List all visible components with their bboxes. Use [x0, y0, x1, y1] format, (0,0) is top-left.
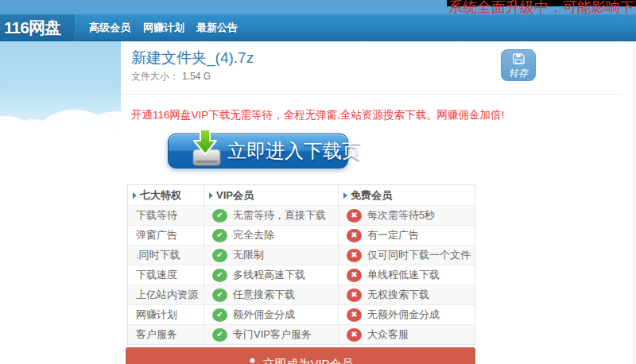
user-icon	[247, 358, 258, 364]
table-row: .同时下载 ✔无限制 ✖仅可同时下载一个文件	[128, 246, 475, 265]
header-free-member: 免费会员	[339, 185, 476, 205]
download-button-label: 立即进入下载页	[227, 138, 361, 164]
cross-icon: ✖	[347, 209, 362, 223]
floppy-disk-icon	[513, 53, 525, 68]
feature-cell: 上亿站内资源	[128, 285, 204, 304]
triangle-bullet-icon	[209, 192, 213, 199]
nav-item-latest-announcement[interactable]: 最新公告	[196, 14, 238, 41]
cross-icon: ✖	[347, 249, 362, 262]
cross-icon: ✖	[347, 229, 362, 242]
privilege-comparison-table: 七大特权 VIP会员 免费会员 下载等待 ✔无需等待，直接下载 ✖每次需等待5秒…	[127, 184, 475, 345]
vip-cell: ✔专门VIP客户服务	[204, 325, 339, 344]
save-button-label: 转存	[509, 68, 528, 78]
vip-cell: ✔无需等待，直接下载	[204, 206, 339, 225]
triangle-bullet-icon	[133, 192, 137, 199]
check-icon: ✔	[212, 328, 227, 342]
vip-cell: ✔任意搜索下载	[204, 285, 339, 304]
become-vip-button[interactable]: 立即成为VIP会员	[126, 347, 475, 364]
cross-icon: ✖	[347, 288, 362, 302]
go-to-download-page-button[interactable]: 立即进入下载页	[168, 134, 348, 168]
site-logo[interactable]: 116网盘	[0, 14, 76, 41]
cross-icon: ✖	[347, 328, 362, 342]
feature-cell: 网赚计划	[128, 305, 204, 324]
free-cell: ✖无权搜索下载	[339, 285, 476, 304]
vip-cell: ✔无限制	[204, 246, 339, 265]
check-icon: ✔	[212, 249, 227, 262]
feature-cell: .同时下载	[128, 246, 204, 265]
feature-cell: 客户服务	[128, 325, 204, 344]
table-row: 下载等待 ✔无需等待，直接下载 ✖每次需等待5秒	[128, 206, 475, 226]
sky-background	[0, 41, 121, 135]
table-row: 上亿站内资源 ✔任意搜索下载 ✖无权搜索下载	[128, 285, 475, 305]
free-cell: ✖大众客服	[339, 325, 476, 344]
vip-cell: ✔完全去除	[204, 226, 339, 245]
vip-promo-text: 开通116网盘VIP下载无需等待，全程无弹窗,全站资源搜索下载。网赚佣金加倍!	[131, 108, 504, 122]
cross-icon: ✖	[347, 308, 362, 322]
content-area: 新建文件夹_(4).7z 文件大小：1.54 G 转存 开通116网盘VIP下载…	[121, 41, 634, 364]
triangle-bullet-icon	[343, 192, 347, 199]
feature-cell: 下载等待	[128, 206, 204, 225]
check-icon: ✔	[212, 229, 227, 242]
free-cell: ✖单线程低速下载	[339, 265, 476, 285]
table-row: 下载速度 ✔多线程高速下载 ✖单线程低速下载	[128, 265, 475, 285]
free-cell: ✖无额外佣金分成	[339, 305, 476, 324]
check-icon: ✔	[212, 269, 227, 282]
file-size-label: 文件大小：	[131, 71, 179, 82]
free-cell: ✖有一定广告	[339, 226, 476, 245]
check-icon: ✔	[212, 209, 227, 223]
cross-icon: ✖	[347, 269, 362, 282]
header-vip-member: VIP会员	[204, 185, 339, 205]
header-privileges: 七大特权	[128, 185, 204, 205]
table-header-row: 七大特权 VIP会员 免费会员	[128, 185, 475, 206]
download-arrow-icon	[189, 128, 223, 172]
check-icon: ✔	[212, 308, 227, 322]
vip-cell: ✔多线程高速下载	[204, 265, 339, 285]
nav-item-premium-member[interactable]: 高级会员	[89, 14, 130, 41]
free-cell: ✖每次需等待5秒	[339, 206, 476, 225]
vip-button-label: 立即成为VIP会员	[262, 357, 353, 364]
free-cell: ✖仅可同时下载一个文件	[339, 246, 476, 265]
feature-cell: 下载速度	[128, 265, 204, 285]
check-icon: ✔	[212, 288, 227, 302]
vip-cell: ✔额外佣金分成	[204, 305, 339, 324]
file-size-value: 1.54 G	[182, 71, 211, 82]
feature-cell: 弹窗广告	[128, 226, 204, 245]
table-row: 弹窗广告 ✔完全去除 ✖有一定广告	[128, 226, 475, 246]
system-upgrade-notice: 系统全面升级中，可能影响下	[448, 0, 636, 16]
table-row: 客户服务 ✔专门VIP客户服务 ✖大众客服	[128, 325, 475, 345]
table-row: 网赚计划 ✔额外佣金分成 ✖无额外佣金分成	[128, 305, 475, 325]
file-size: 文件大小：1.54 G	[131, 70, 211, 83]
nav-item-earning-plan[interactable]: 网赚计划	[143, 14, 184, 41]
file-name: 新建文件夹_(4).7z	[131, 48, 254, 68]
site-logo-text: 116网盘	[0, 17, 60, 39]
divider	[121, 94, 623, 95]
save-to-drive-button[interactable]: 转存	[501, 49, 536, 81]
